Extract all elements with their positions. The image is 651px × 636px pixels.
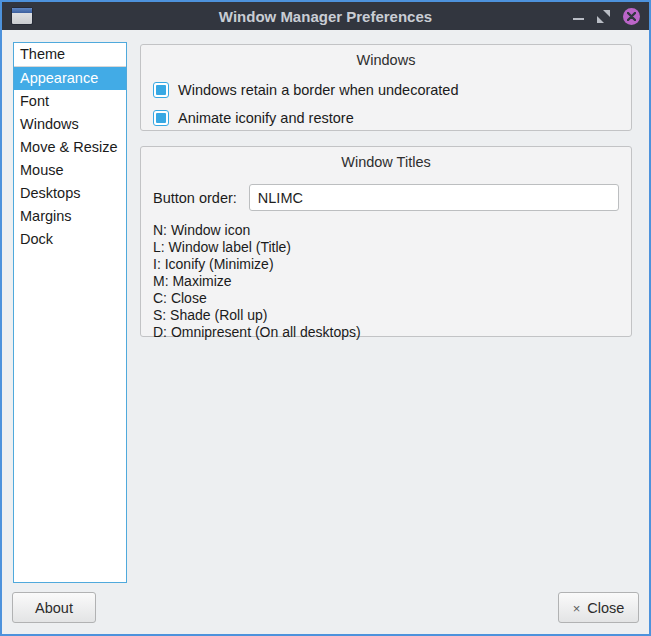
about-button-label: About (35, 600, 73, 616)
sidebar-item-desktops[interactable]: Desktops (14, 182, 126, 205)
button-order-legend: N: Window icon L: Window label (Title) I… (153, 222, 619, 341)
checkbox-row-retain-border[interactable]: Windows retain a border when undecorated (153, 76, 619, 104)
legend-line: D: Omnipresent (On all desktops) (153, 324, 619, 341)
close-icon[interactable] (623, 8, 640, 25)
close-button-label: Close (587, 600, 624, 616)
legend-line: I: Iconify (Minimize) (153, 256, 619, 273)
sidebar-item-theme[interactable]: Theme (14, 43, 126, 67)
button-order-input[interactable] (249, 184, 619, 211)
checkbox-row-animate-iconify[interactable]: Animate iconify and restore (153, 104, 619, 132)
sidebar-item-margins[interactable]: Margins (14, 205, 126, 228)
sidebar-item-dock[interactable]: Dock (14, 228, 126, 251)
window-manager-preferences-dialog: Window Manager Preferences Theme Appeara… (0, 0, 651, 636)
retain-border-label: Windows retain a border when undecorated (178, 82, 459, 98)
button-order-label: Button order: (153, 190, 237, 206)
animate-iconify-checkbox[interactable] (153, 110, 169, 126)
legend-line: C: Close (153, 290, 619, 307)
window-titles-group: Window Titles Button order: N: Window ic… (140, 146, 632, 337)
minimize-icon[interactable] (573, 18, 584, 20)
close-button[interactable]: × Close (558, 592, 639, 623)
category-list: Theme Appearance Font Windows Move & Res… (13, 42, 127, 583)
sidebar-item-font[interactable]: Font (14, 90, 126, 113)
maximize-icon[interactable] (597, 10, 610, 23)
app-window-icon (11, 7, 33, 25)
retain-border-checkbox[interactable] (153, 82, 169, 98)
windows-group: Windows Windows retain a border when und… (140, 44, 632, 131)
sidebar-item-windows[interactable]: Windows (14, 113, 126, 136)
sidebar-item-appearance[interactable]: Appearance (14, 67, 126, 90)
animate-iconify-label: Animate iconify and restore (178, 110, 354, 126)
legend-line: S: Shade (Roll up) (153, 307, 619, 324)
sidebar-item-move-resize[interactable]: Move & Resize (14, 136, 126, 159)
legend-line: L: Window label (Title) (153, 239, 619, 256)
window-title: Window Manager Preferences (2, 8, 649, 25)
legend-line: M: Maximize (153, 273, 619, 290)
about-button[interactable]: About (12, 592, 96, 623)
close-x-icon: × (573, 601, 581, 616)
legend-line: N: Window icon (153, 222, 619, 239)
sidebar-item-mouse[interactable]: Mouse (14, 159, 126, 182)
windows-group-title: Windows (141, 52, 631, 68)
window-titles-group-title: Window Titles (141, 154, 631, 170)
titlebar[interactable]: Window Manager Preferences (2, 2, 649, 30)
